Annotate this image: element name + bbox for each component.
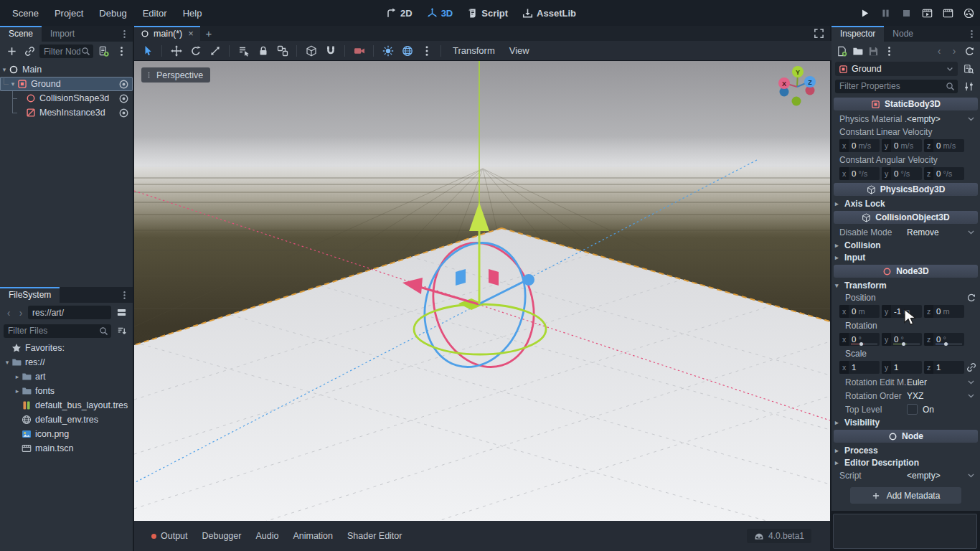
menu-help[interactable]: Help <box>175 4 210 22</box>
category-node3d[interactable]: Node3D <box>834 265 978 278</box>
scene-tabs-kebab[interactable] <box>116 26 133 42</box>
group-selected-button[interactable] <box>273 43 291 59</box>
y-field[interactable]: y-1m <box>882 305 922 318</box>
fs-item-art[interactable]: ▸art <box>0 369 133 384</box>
fs-item-default-bus-layout-tres[interactable]: default_bus_layout.tres <box>0 398 133 413</box>
x-field[interactable]: x0m <box>839 305 880 318</box>
collapse-arrow-icon[interactable]: ▸ <box>13 387 22 395</box>
collapse-arrow-icon[interactable]: ▾ <box>3 359 11 366</box>
menu-editor[interactable]: Editor <box>135 4 175 22</box>
slider-grabber[interactable] <box>902 342 905 346</box>
expand-viewport-icon[interactable] <box>814 28 824 39</box>
collapse-arrow-icon[interactable]: ▸ <box>13 373 22 380</box>
scene-tree-options-kebab[interactable] <box>113 44 129 59</box>
category-collisionobject3d[interactable]: CollisionObject3D <box>834 211 978 224</box>
add-node-button[interactable] <box>4 44 19 59</box>
tab-inspector[interactable]: Inspector <box>831 26 884 42</box>
movie-maker-button[interactable] <box>961 6 976 20</box>
local-space-toggle[interactable] <box>302 43 320 59</box>
attach-script-button[interactable] <box>95 44 111 59</box>
z-field[interactable]: z0m <box>924 305 964 318</box>
tree-item-collisionshape3d[interactable]: CollisionShape3d <box>9 91 133 105</box>
collapse-arrow-icon[interactable]: ▾ <box>9 80 17 88</box>
new-resource-icon[interactable] <box>837 46 847 57</box>
tree-item-main[interactable]: ▾Main <box>0 62 133 77</box>
category-staticbody3d[interactable]: StaticBody3D <box>834 98 978 110</box>
checkbox[interactable] <box>907 404 918 415</box>
tab-filesystem[interactable]: FileSystem <box>0 287 60 303</box>
link-scale-icon[interactable] <box>966 362 976 372</box>
viewport-scene[interactable]: X Y Z <box>134 61 830 522</box>
save-resource-icon[interactable] <box>868 46 879 57</box>
fs-item-res-[interactable]: ▾res:// <box>0 355 133 369</box>
selectable-list-tool[interactable] <box>235 43 253 59</box>
property-tools-button[interactable] <box>961 79 976 93</box>
pause-button[interactable] <box>878 6 892 20</box>
section-axis-lock[interactable]: ▸Axis Lock <box>831 197 980 209</box>
bottom-tab-output[interactable]: Output <box>144 527 195 545</box>
play-custom-scene-button[interactable] <box>941 6 955 20</box>
z-field[interactable]: z0°/s <box>924 167 964 180</box>
mode-button-assetlib[interactable]: AssetLib <box>522 8 576 19</box>
preview-sunlight-toggle[interactable] <box>379 43 397 59</box>
category-physicsbody3d[interactable]: PhysicsBody3D <box>834 183 978 196</box>
menu-project[interactable]: Project <box>47 4 91 22</box>
section-collision[interactable]: ▸Collision <box>831 239 980 251</box>
x-field[interactable]: x0° <box>839 333 880 346</box>
scale-tool[interactable] <box>206 43 224 59</box>
toggle-split-mode-button[interactable] <box>113 306 129 320</box>
axis-ball-neg-y[interactable] <box>792 97 801 106</box>
tree-item-meshinstance3d[interactable]: MeshInstance3d <box>9 105 133 120</box>
view-options-kebab[interactable] <box>418 43 435 59</box>
x-field[interactable]: x1 <box>839 361 880 374</box>
section-visibility[interactable]: ▸Visibility <box>831 416 980 428</box>
history-back-button[interactable]: ‹ <box>4 307 14 319</box>
plane-handle-z[interactable] <box>456 269 466 286</box>
category-node[interactable]: Node <box>834 430 978 443</box>
preview-environment-toggle[interactable] <box>398 43 416 59</box>
property-value-dropdown[interactable]: <empty> <box>907 114 976 124</box>
open-docs-button[interactable] <box>961 62 976 76</box>
viewport-menu-transform[interactable]: Transform <box>446 45 501 56</box>
new-scene-tab-button[interactable]: + <box>200 26 217 41</box>
z-field[interactable]: z0m/s <box>924 139 964 152</box>
mode-button-2d[interactable]: 2D <box>386 8 413 19</box>
current-path-input[interactable] <box>28 306 111 319</box>
scene-tab-main[interactable]: main(*) × <box>134 26 200 41</box>
menu-scene[interactable]: Scene <box>4 4 47 22</box>
y-field[interactable]: y0°/s <box>882 167 922 180</box>
visibility-toggle[interactable] <box>118 93 129 104</box>
slider-grabber[interactable] <box>859 342 863 346</box>
fs-item-main-tscn[interactable]: main.tscn <box>0 441 133 456</box>
tab-node[interactable]: Node <box>884 26 922 42</box>
z-field[interactable]: z0° <box>924 333 964 346</box>
load-resource-icon[interactable] <box>852 46 863 57</box>
filter-files-input[interactable] <box>4 324 111 338</box>
viewport-3d[interactable]: X Y Z Perspective <box>134 60 830 522</box>
filter-properties-input[interactable] <box>835 80 958 93</box>
collapse-arrow-icon[interactable]: ▾ <box>0 66 9 73</box>
section-transform[interactable]: ▾Transform <box>831 279 980 291</box>
visibility-toggle[interactable] <box>118 79 129 90</box>
section-process[interactable]: ▸Process <box>831 444 980 456</box>
visibility-toggle[interactable] <box>118 108 129 118</box>
bottom-tab-audio[interactable]: Audio <box>248 527 286 545</box>
mode-button-script[interactable]: Script <box>467 8 508 19</box>
fs-item-default-env-tres[interactable]: default_env.tres <box>0 413 133 427</box>
x-field[interactable]: x0m/s <box>839 139 880 152</box>
bottom-tab-animation[interactable]: Animation <box>286 527 340 545</box>
fs-item-fonts[interactable]: ▸fonts <box>0 384 133 398</box>
tab-import[interactable]: Import <box>42 26 83 42</box>
plane-handle-x[interactable] <box>489 269 499 286</box>
slider-grabber[interactable] <box>944 342 948 346</box>
section-editor-description[interactable]: ▸Editor Description <box>831 456 980 468</box>
bottom-tab-shader-editor[interactable]: Shader Editor <box>340 527 409 545</box>
tab-scene[interactable]: Scene <box>0 26 42 42</box>
play-button[interactable] <box>857 6 872 20</box>
inspector-tabs-kebab[interactable] <box>963 26 980 42</box>
y-field[interactable]: y0m/s <box>882 139 922 152</box>
stop-button[interactable] <box>899 6 913 20</box>
property-value-dropdown[interactable]: YXZ <box>907 391 976 401</box>
add-metadata-button[interactable]: Add Metadata <box>850 487 962 504</box>
inspector-forward-button[interactable]: › <box>949 45 959 57</box>
